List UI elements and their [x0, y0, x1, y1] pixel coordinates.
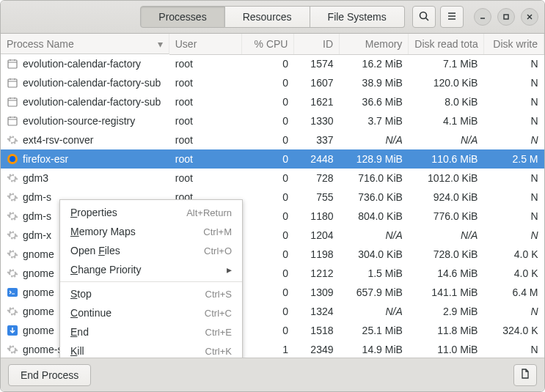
process-context-menu: Properties Alt+Return Memory Maps Ctrl+M… — [59, 199, 243, 358]
menu-item-continue[interactable]: Continue Ctrl+C — [60, 303, 242, 322]
col-header-name[interactable]: Process Name▾ — [1, 34, 169, 54]
cell-id: 1518 — [294, 321, 340, 340]
cell-memory: 304.0 KiB — [340, 245, 409, 264]
cell-cpu: 0 — [241, 149, 294, 169]
col-header-id[interactable]: ID — [294, 34, 340, 54]
table-row[interactable]: evolution-calendar-factory-subroot016213… — [1, 92, 544, 111]
cell-memory: 736.0 KiB — [340, 188, 409, 207]
tab-processes-label: Processes — [158, 11, 206, 23]
process-name: gnome — [23, 325, 54, 336]
svg-rect-27 — [7, 288, 18, 297]
close-icon — [526, 11, 533, 23]
cell-cpu: 0 — [241, 245, 294, 264]
svg-line-1 — [426, 18, 429, 21]
cell-disk-read: 11.0 MiB — [409, 340, 484, 358]
menu-item-memory-maps[interactable]: Memory Maps Ctrl+M — [60, 222, 242, 241]
menu-accel: Ctrl+E — [205, 327, 232, 338]
cell-name: evolution-calendar-factory-sub — [1, 73, 169, 92]
end-process-button[interactable]: End Process — [8, 364, 91, 386]
col-header-memory[interactable]: Memory — [340, 34, 409, 54]
cell-disk-read: 2.9 MiB — [409, 302, 484, 321]
cell-memory: 804.0 KiB — [340, 207, 409, 226]
hamburger-icon — [446, 10, 458, 24]
table-row[interactable]: gdm3root0728716.0 KiB1012.0 KiBN — [1, 169, 544, 188]
process-name: gdm-x — [23, 229, 51, 241]
col-header-user[interactable]: User — [169, 34, 241, 54]
table-row[interactable]: evolution-source-registryroot013303.7 Mi… — [1, 111, 544, 130]
table-row[interactable]: evolution-calendar-factoryroot0157416.2 … — [1, 54, 544, 73]
cell-disk-read: 728.0 KiB — [409, 245, 484, 264]
window-minimize-button[interactable] — [474, 8, 491, 26]
window-close-button[interactable] — [521, 8, 538, 26]
process-icon — [7, 96, 18, 108]
menu-accel: Ctrl+M — [203, 226, 232, 237]
cell-cpu: 1 — [241, 340, 294, 358]
process-icon — [7, 210, 18, 222]
process-name: ext4-rsv-conver — [23, 134, 93, 146]
menu-item-kill[interactable]: Kill Ctrl+K — [60, 341, 242, 358]
cell-cpu: 0 — [241, 264, 294, 283]
table-row[interactable]: evolution-calendar-factory-subroot016073… — [1, 73, 544, 92]
cell-memory: 38.9 MiB — [340, 73, 409, 92]
tab-resources[interactable]: Resources — [225, 6, 310, 28]
process-name: gnome — [23, 286, 54, 298]
cell-disk-write: N — [483, 169, 544, 188]
menu-accel: Ctrl+K — [205, 346, 232, 357]
process-details-button[interactable] — [513, 364, 537, 386]
cell-disk-write: 4.0 K — [483, 245, 544, 264]
process-icon — [7, 344, 18, 355]
end-process-label: End Process — [21, 369, 78, 381]
svg-point-0 — [420, 12, 427, 18]
process-icon — [7, 172, 18, 184]
cell-id: 1204 — [294, 226, 340, 245]
menu-accel: Ctrl+C — [205, 308, 232, 319]
cell-disk-read: 4.1 MiB — [409, 111, 484, 130]
cell-disk-write: 4.0 K — [483, 264, 544, 283]
process-icon — [7, 191, 18, 203]
col-header-cpu[interactable]: % CPU — [241, 34, 294, 54]
cell-cpu: 0 — [241, 73, 294, 92]
system-monitor-window: Processes Resources File Systems — [0, 0, 545, 392]
cell-disk-write: N — [483, 130, 544, 149]
process-name: gnome — [23, 267, 54, 279]
menu-accel: Ctrl+O — [204, 245, 232, 256]
cell-id: 755 — [294, 188, 340, 207]
process-icon — [7, 58, 18, 70]
cell-id: 1330 — [294, 111, 340, 130]
cell-disk-read: 120.0 KiB — [409, 73, 484, 92]
cell-memory: 25.1 MiB — [340, 321, 409, 340]
tab-processes[interactable]: Processes — [140, 6, 224, 28]
window-maximize-button[interactable] — [497, 8, 515, 26]
col-header-disk-read[interactable]: Disk read tota — [409, 34, 484, 54]
cell-disk-read: 776.0 KiB — [409, 207, 484, 226]
cell-cpu: 0 — [241, 111, 294, 130]
cell-user: root — [169, 130, 241, 149]
svg-rect-6 — [504, 15, 508, 19]
menu-item-end[interactable]: End Ctrl+E — [60, 322, 242, 341]
tab-filesystems-label: File Systems — [328, 11, 387, 23]
cell-disk-write: N — [483, 226, 544, 245]
menu-item-properties[interactable]: Properties Alt+Return — [60, 203, 242, 222]
cell-disk-read: N/A — [409, 130, 484, 149]
cell-memory: 36.6 MiB — [340, 92, 409, 111]
menu-item-change-priority[interactable]: Change Priority ▸ — [60, 260, 242, 279]
process-icon — [7, 325, 18, 336]
tab-filesystems[interactable]: File Systems — [310, 6, 405, 28]
process-icon — [7, 77, 18, 89]
cell-name: gdm3 — [1, 169, 169, 188]
search-button[interactable] — [412, 6, 436, 28]
cell-id: 1324 — [294, 302, 340, 321]
menu-item-open-files[interactable]: Open Files Ctrl+O — [60, 241, 242, 260]
cell-disk-write: 324.0 K — [483, 321, 544, 340]
cell-user: root — [169, 73, 241, 92]
cell-memory: 16.2 MiB — [340, 54, 409, 73]
table-row[interactable]: ext4-rsv-converroot0337N/AN/AN — [1, 130, 544, 149]
col-header-disk-write[interactable]: Disk write — [483, 34, 544, 54]
menu-item-stop[interactable]: Stop Ctrl+S — [60, 284, 242, 303]
document-icon — [519, 368, 531, 382]
cell-cpu: 0 — [241, 130, 294, 149]
table-row[interactable]: firefox-esrroot02448128.9 MiB110.6 MiB2.… — [1, 149, 544, 169]
cell-cpu: 0 — [241, 321, 294, 340]
menu-button[interactable] — [440, 6, 464, 28]
maximize-icon — [502, 11, 510, 23]
